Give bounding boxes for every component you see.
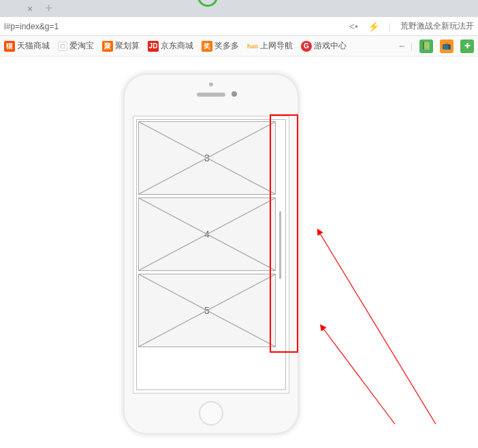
bookmark-tmall[interactable]: 猫天猫商城 (4, 40, 50, 52)
ju-icon: 聚 (102, 41, 113, 52)
bookmark-label: 游戏中心 (314, 40, 347, 52)
phone-sensor-icon (209, 82, 213, 86)
taobao-icon: □ (58, 42, 67, 51)
wireframe-item[interactable]: 3 (138, 121, 276, 195)
bookmark-jiangduoduo[interactable]: 奖奖多多 (202, 40, 239, 52)
phone-camera-icon (232, 91, 237, 97)
hao-icon: hao (247, 41, 258, 52)
extension-books-icon[interactable]: 📗 (419, 39, 433, 53)
wireframe-list[interactable]: 3 4 5 (138, 121, 276, 388)
bookmark-juhuasuan[interactable]: 聚聚划算 (102, 40, 140, 52)
svg-line-8 (323, 329, 395, 424)
bookmark-game[interactable]: G游戏中心 (301, 40, 347, 52)
bookmark-label: 爱淘宝 (69, 40, 94, 52)
bookmark-taobao[interactable]: □爱淘宝 (58, 40, 94, 52)
bookmark-jd[interactable]: JD京东商城 (148, 40, 193, 52)
bookmark-hao[interactable]: hao上网导航 (247, 40, 293, 52)
jiang-icon: 奖 (202, 41, 212, 52)
more-bookmarks-button[interactable]: ··· (399, 40, 404, 52)
jd-icon: JD (148, 41, 159, 52)
scroll-thumb[interactable] (279, 211, 281, 279)
game-icon: G (301, 41, 312, 52)
tab-close-button[interactable]: × (27, 3, 33, 14)
phone-speaker-icon (197, 93, 225, 97)
extension-tv-icon[interactable]: 📺 (440, 39, 453, 53)
tab-bar: × + (0, 0, 478, 17)
phone-home-button (199, 401, 223, 426)
screen-viewport: 3 4 5 (136, 119, 286, 390)
scrollbar[interactable] (277, 123, 283, 387)
tab-new-button[interactable]: + (39, 1, 58, 16)
url-bar[interactable]: l#p=index&g=1 <• ⚡ | 荒野激战全新玩法开 (0, 17, 478, 36)
bookmark-label: 奖多多 (214, 40, 239, 52)
phone-mockup: 3 4 5 (123, 74, 299, 434)
phone-screen: 3 4 5 (133, 116, 289, 394)
wireframe-item[interactable]: 5 (138, 274, 276, 347)
bookmark-label: 上网导航 (260, 40, 293, 52)
bookmark-label: 聚划算 (115, 40, 140, 52)
browser-logo-icon (197, 0, 218, 7)
bookmark-label: 天猫商城 (17, 40, 50, 52)
bolt-icon[interactable]: ⚡ (368, 21, 379, 32)
bookmark-label: 京东商城 (161, 40, 193, 52)
bookmark-bar: 猫天猫商城 □爱淘宝 聚聚划算 JD京东商城 奖奖多多 hao上网导航 G游戏中… (0, 36, 478, 57)
divider: | (389, 22, 391, 31)
news-ticker[interactable]: 荒野激战全新玩法开 (400, 20, 474, 32)
url-text: l#p=index&g=1 (4, 22, 349, 31)
extension-add-icon[interactable]: ✚ (460, 39, 474, 53)
tmall-icon: 猫 (4, 41, 15, 52)
page-content: 3 4 5 (0, 57, 478, 448)
svg-line-7 (320, 234, 436, 424)
share-icon[interactable]: <• (349, 21, 358, 32)
divider: | (411, 42, 413, 51)
wireframe-item[interactable]: 4 (138, 197, 276, 271)
